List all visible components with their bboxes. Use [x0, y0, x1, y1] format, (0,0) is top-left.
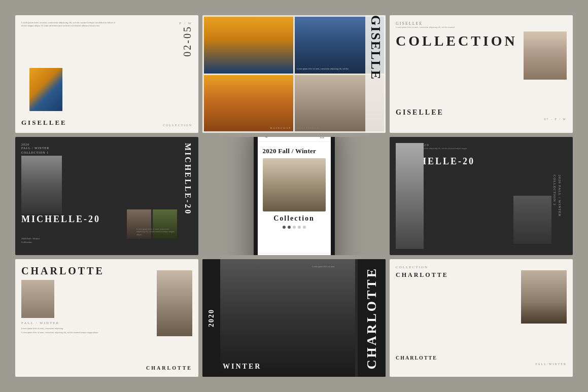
send-icon[interactable]: △: [319, 137, 326, 139]
slide6-photo-slim: [396, 143, 424, 248]
slide8-charlotte-vertical: CHARLOTTE: [358, 259, 386, 377]
slide-2-gisellee-grid: Lorem ipsum dolor sit amet, consectetur …: [202, 15, 386, 133]
phone-nav-bar: ⌂ ⌕ ⊕ ♡: [258, 253, 331, 255]
slide8-photo-bg: [218, 259, 355, 377]
slide-6-michelle-dark-right: MICHELLE-20 Lorem ipsum dolor sit amet, …: [390, 137, 573, 255]
slide2-raincoat: RAINCOAT: [270, 127, 291, 129]
slide4-vertical-text: MICHELLE-20: [183, 143, 192, 248]
dot-1[interactable]: [283, 226, 286, 229]
phone-shell: ⊙ △ 2020 Fall / Winter Collection: [254, 137, 335, 255]
slide9-photo-main: [521, 270, 567, 324]
slide9-collection: COLLECTION: [396, 265, 567, 269]
slide4-photo-left: [21, 156, 62, 214]
phone-mockup: ⊙ △ 2020 Fall / Winter Collection: [254, 137, 335, 255]
slide8-winter-text: WINTER: [223, 363, 261, 371]
slide3-fw-bottom: 07 - F / W: [544, 118, 567, 121]
slide2-brand-vertical: GISELLE: [365, 15, 386, 133]
phone-screen: ⊙ △ 2020 Fall / Winter Collection: [258, 137, 331, 255]
phone-collection-label: Collection: [263, 215, 326, 223]
slide4-body-text: Lorem ipsum dolor sit amet, consectetur …: [136, 228, 175, 236]
camera-icon[interactable]: ⊙: [263, 137, 270, 139]
slide1-fw-label: F / W: [179, 21, 192, 25]
slide7-photo-right: [157, 270, 192, 336]
phone-content: 2020 Fall / Winter Collection: [258, 142, 331, 253]
phone-app-bar: ⊙ △: [258, 137, 331, 141]
slide4-fw-collection: FALL / WINTER COLLECTION 1: [21, 146, 192, 155]
slide8-year-2020: 2020: [202, 259, 220, 377]
slide7-small-photo: [21, 280, 54, 318]
slide4-desc: 2020 Fall / Winter Collection: [21, 237, 40, 244]
slide6-year-label: 2020 FALL / WINTER COLLECTION 2: [551, 175, 562, 217]
slide8-small-text: Lorem ipsum dolor sit amet: [312, 265, 353, 268]
slide-3-collection: GISELLEE Lorem ipsum dolor sit amet, con…: [390, 15, 573, 133]
phone-title: 2020 Fall / Winter: [263, 147, 326, 155]
slide-5-phone: ⊙ △ 2020 Fall / Winter Collection: [202, 137, 386, 255]
slide1-small-text: Lorem ipsum dolor sit amet, consectetur …: [21, 21, 115, 28]
dot-3[interactable]: [293, 226, 296, 229]
slide4-brand: MICHELLE-20: [21, 214, 100, 225]
slide-1-gisellee-light: Lorem ipsum dolor sit amet, consectetur …: [15, 15, 198, 133]
slide3-brand-header: GISELLEE: [396, 21, 567, 26]
slide-9-charlotte-right: COLLECTION CHARLOTTE CHARLOTTE FALL/WINT…: [390, 259, 573, 377]
slide2-small-text: Lorem ipsum dolor sit amet, consectetur …: [297, 67, 351, 70]
slide1-season: 02-05: [182, 25, 192, 57]
slide3-small-text: Lorem ipsum dolor sit amet, consectetur …: [396, 26, 481, 29]
slide9-fall-winter: FALL/WINTER: [535, 363, 567, 366]
slide-7-charlotte-light: CHARLOTTE FALL / WINTER Lorem ipsum dolo…: [15, 259, 198, 377]
slide3-photo: [524, 31, 567, 80]
dot-5[interactable]: [303, 226, 306, 229]
slide7-brand-bottom: CHARLOTTE: [146, 365, 192, 371]
slide-4-michelle-dark: 2020 FALL / WINTER COLLECTION 1 MICHELLE…: [15, 137, 198, 255]
slide6-photo-right: [513, 196, 551, 244]
slide3-gisellee-name: GISELLEE: [396, 109, 444, 117]
slide9-charlotte-big: CHARLOTTE: [396, 355, 437, 361]
dot-2[interactable]: [288, 226, 291, 229]
phone-pagination: [263, 223, 326, 232]
phone-hero-image: [263, 158, 326, 211]
dot-4[interactable]: [298, 226, 301, 229]
slide1-brand: GISELLEE: [21, 119, 67, 127]
slide1-collection: COLLECTION: [163, 124, 192, 127]
slide2-collection: COLLECTION: [297, 127, 319, 129]
slide-8-charlotte-dark: 2020 CHARLOTTE WINTER Lorem ipsum dolor …: [202, 259, 386, 377]
main-grid: Lorem ipsum dolor sit amet, consectetur …: [0, 0, 588, 392]
